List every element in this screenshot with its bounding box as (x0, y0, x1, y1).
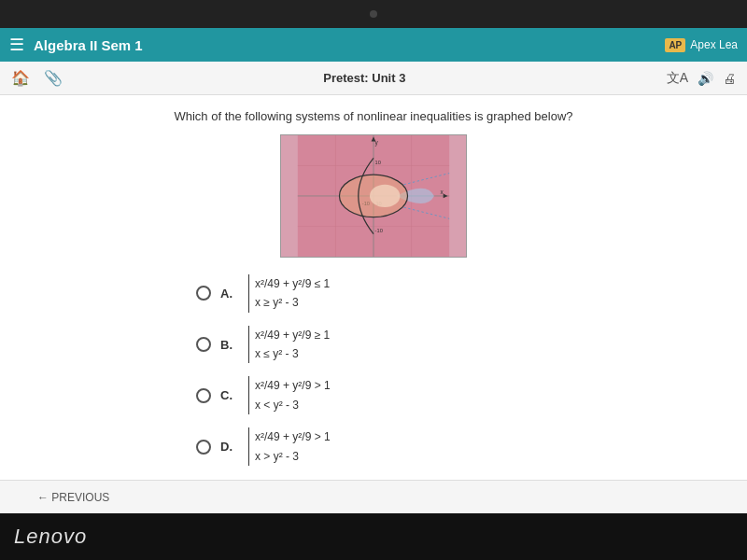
choice-label-b: B. (220, 338, 239, 352)
apex-logo-text: Apex Lea (690, 38, 738, 51)
math-system-c: x²/49 + y²/9 > 1 x < y² - 3 (248, 376, 331, 414)
choice-math-c: x²/49 + y²/9 > 1 x < y² - 3 (248, 376, 331, 414)
math-system-d: x²/49 + y²/9 > 1 x > y² - 3 (248, 427, 331, 466)
sub-bar-right: 文A 🔊 🖨 (667, 70, 736, 87)
math-line-b1: x²/49 + y²/9 ≥ 1 (255, 326, 330, 344)
math-line-c2: x < y² - 3 (255, 396, 331, 414)
math-line-b2: x ≤ y² - 3 (255, 344, 330, 363)
math-line-a2: x ≥ y² - 3 (255, 293, 330, 312)
camera-bar (0, 0, 747, 28)
svg-text:10: 10 (375, 160, 381, 165)
graph-container: y x -10 10 10 -10 (280, 134, 467, 258)
top-bar: ☰ Algebra II Sem 1 AP Apex Lea (0, 28, 747, 62)
radio-b[interactable] (196, 337, 211, 352)
math-line-a1: x²/49 + y²/9 ≤ 1 (255, 274, 330, 293)
bookmark-icon[interactable]: 📎 (44, 69, 63, 87)
screen: ☰ Algebra II Sem 1 AP Apex Lea 🏠 📎 Prete… (0, 28, 747, 513)
choice-row-b[interactable]: B. x²/49 + y²/9 ≥ 1 x ≤ y² - 3 (196, 326, 551, 364)
lenovo-bar: Lenovo (0, 513, 747, 560)
pretest-unit: Unit 3 (372, 71, 405, 85)
previous-button[interactable]: ← PREVIOUS (37, 491, 109, 504)
apex-logo: AP Apex Lea (665, 38, 738, 52)
apex-logo-box: AP (665, 38, 685, 52)
question-text: Which of the following systems of nonlin… (174, 109, 572, 123)
menu-icon[interactable]: ☰ (9, 35, 24, 55)
choice-row-c[interactable]: C. x²/49 + y²/9 > 1 x < y² - 3 (196, 376, 551, 414)
radio-c[interactable] (196, 388, 211, 403)
math-system-a: x²/49 + y²/9 ≤ 1 x ≥ y² - 3 (248, 274, 330, 313)
choice-row-d[interactable]: D. x²/49 + y²/9 > 1 x > y² - 3 (196, 427, 551, 466)
math-line-c1: x²/49 + y²/9 > 1 (255, 376, 331, 395)
math-line-d2: x > y² - 3 (255, 447, 331, 466)
choice-math-b: x²/49 + y²/9 ≥ 1 x ≤ y² - 3 (248, 326, 330, 364)
choice-label-c: C. (220, 388, 239, 402)
app-title: Algebra II Sem 1 (34, 37, 665, 53)
lang-icon[interactable]: 文A (667, 70, 688, 87)
choice-row-a[interactable]: A. x²/49 + y²/9 ≤ 1 x ≥ y² - 3 (196, 274, 551, 313)
choices-container: A. x²/49 + y²/9 ≤ 1 x ≥ y² - 3 B. x²/49 … (196, 274, 551, 466)
radio-a[interactable] (196, 286, 211, 301)
choice-label-a: A. (220, 287, 239, 301)
pretest-word: Pretest: (323, 71, 368, 85)
choice-label-d: D. (220, 440, 239, 454)
audio-icon[interactable]: 🔊 (698, 71, 713, 86)
sub-bar: 🏠 📎 Pretest: Unit 3 文A 🔊 🖨 (0, 62, 747, 95)
print-icon[interactable]: 🖨 (723, 71, 736, 86)
graph-svg: y x -10 10 10 -10 (281, 135, 466, 257)
camera-dot (370, 10, 377, 18)
nav-bar: ← PREVIOUS (0, 480, 747, 513)
math-line-d1: x²/49 + y²/9 > 1 (255, 427, 331, 446)
radio-d[interactable] (196, 440, 211, 455)
pretest-label: Pretest: Unit 3 (77, 71, 653, 85)
svg-text:-10: -10 (375, 228, 383, 233)
math-system-b: x²/49 + y²/9 ≥ 1 x ≤ y² - 3 (248, 326, 330, 364)
lenovo-brand: Lenovo (14, 525, 87, 549)
home-icon[interactable]: 🏠 (11, 69, 30, 87)
content-area: Which of the following systems of nonlin… (0, 95, 747, 480)
choice-math-d: x²/49 + y²/9 > 1 x > y² - 3 (248, 427, 331, 466)
choice-math-a: x²/49 + y²/9 ≤ 1 x ≥ y² - 3 (248, 274, 330, 313)
